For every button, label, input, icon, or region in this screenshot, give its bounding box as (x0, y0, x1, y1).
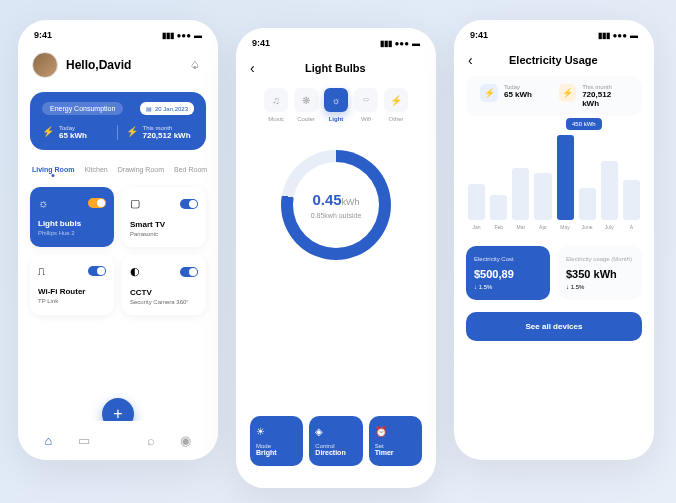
usage-header: ‹ Electricity Usage (454, 44, 654, 76)
category-row: ♫Music ❋Cooler ☼Light ⌔Wifi ⚡Other (236, 84, 436, 126)
compass-icon: ◈ (315, 426, 356, 437)
bolt-icon: ⚡ (126, 126, 138, 137)
bolt-icon: ⚡ (390, 95, 402, 106)
tile-smart-tv[interactable]: ▢ Smart TV Panasonic (122, 187, 206, 247)
status-time: 9:41 (470, 30, 488, 40)
cat-light[interactable]: ☼Light (324, 88, 348, 122)
tv-icon: ▢ (130, 197, 140, 210)
tile-cctv[interactable]: ◐ CCTV Security Camera 360° (122, 255, 206, 315)
device-grid: ☼ Light bubls Phillips Hue 2 ▢ Smart TV … (18, 177, 218, 325)
control-direction[interactable]: ◈ControlDirection (309, 416, 362, 466)
room-tabs: Living Room Kitchen Drawing Room Bed Roo… (18, 156, 218, 177)
back-button[interactable]: ‹ (468, 52, 473, 68)
clock-icon: ⏰ (375, 426, 416, 437)
usage-screen: 9:41 ▮▮▮●●●▬ ‹ Electricity Usage ⚡ Today… (454, 20, 654, 460)
month-stat: ⚡ This month720,512 kWh (126, 125, 195, 140)
see-all-button[interactable]: See all devices (466, 312, 642, 341)
bulb-icon: ☼ (331, 95, 340, 106)
bolt-icon: ⚡ (559, 84, 576, 102)
date-picker[interactable]: ▤20 Jan,2023 (140, 102, 194, 115)
notification-icon[interactable]: ♤ (186, 56, 204, 74)
calendar-icon: ▤ (146, 105, 152, 112)
detail-screen: 9:41 ▮▮▮●●●▬ ‹ Light Bulbs ♫Music ❋Coole… (236, 28, 436, 488)
back-button[interactable]: ‹ (250, 60, 255, 76)
chart-tooltip: 450 kWh (566, 118, 602, 130)
home-screen: 9:41 ▮▮▮●●●▬ Hello,David ♤ Energy Consum… (18, 20, 218, 460)
bar-july[interactable] (601, 161, 618, 220)
bottom-nav: ⌂ ▭ + ⌕ ◉ (18, 421, 218, 460)
avatar[interactable] (32, 52, 58, 78)
sun-icon: ☀ (256, 426, 297, 437)
control-timer[interactable]: ⏰SetTimer (369, 416, 422, 466)
chart-bars (466, 130, 642, 220)
nav-cast-icon[interactable]: ▭ (78, 433, 90, 448)
bar-apr[interactable] (534, 173, 551, 220)
summary-today: ⚡ Today65 kWh (480, 84, 549, 108)
cat-cooler[interactable]: ❋Cooler (294, 88, 318, 122)
chart-x-axis: Jan Feb Mar Apr May June July A (466, 220, 642, 234)
bar-june[interactable] (579, 188, 596, 220)
status-time: 9:41 (252, 38, 270, 48)
bar-jan[interactable] (468, 184, 485, 220)
plug-icon: ⚡ (480, 84, 498, 102)
status-icons: ▮▮▮●●●▬ (162, 31, 203, 40)
nav-home-icon[interactable]: ⌂ (45, 433, 53, 448)
camera-icon: ◐ (130, 265, 140, 278)
control-mode[interactable]: ☀ModeBright (250, 416, 303, 466)
status-bar: 9:41 ▮▮▮●●●▬ (454, 20, 654, 44)
tab-kitchen[interactable]: Kitchen (84, 166, 107, 173)
bar-feb[interactable] (490, 195, 507, 220)
control-row: ☀ModeBright ◈ControlDirection ⏰SetTimer (236, 408, 436, 474)
status-time: 9:41 (34, 30, 52, 40)
router-icon: ⎍ (38, 265, 45, 277)
page-title: Light Bulbs (263, 62, 408, 74)
cat-music[interactable]: ♫Music (264, 88, 288, 122)
nav-profile-icon[interactable]: ◉ (180, 433, 191, 448)
consumption-pill: Energy Consumption (42, 102, 123, 115)
stats-row: Electricity Cost $500,89 ↓ 1.5% Electric… (454, 238, 654, 308)
plug-icon: ⚡ (42, 126, 54, 137)
nav-search-icon[interactable]: ⌕ (147, 433, 155, 448)
gauge-section: 0.45kWh 0.85kwh outside (236, 126, 436, 276)
toggle-tv[interactable] (180, 199, 198, 209)
cat-wifi[interactable]: ⌔Wifi (354, 88, 378, 122)
bar-aug[interactable] (623, 180, 640, 220)
music-icon: ♫ (272, 95, 280, 106)
gauge-subtitle: 0.85kwh outside (311, 212, 362, 219)
page-title: Electricity Usage (481, 54, 626, 66)
bar-may[interactable] (557, 135, 574, 221)
tile-light-bulbs[interactable]: ☼ Light bubls Phillips Hue 2 (30, 187, 114, 247)
usage-chart: 450 kWh Jan Feb Mar Apr May June July A (454, 116, 654, 238)
bulb-icon: ☼ (38, 197, 48, 209)
gauge-value: 0.45 (312, 191, 341, 208)
tile-wifi-router[interactable]: ⎍ Wi-Fi Router TP Link (30, 255, 114, 315)
detail-header: ‹ Light Bulbs (236, 52, 436, 84)
summary-month: ⚡ This month720,512 kWh (559, 84, 628, 108)
status-bar: 9:41 ▮▮▮●●●▬ (18, 20, 218, 44)
toggle-cctv[interactable] (180, 267, 198, 277)
wifi-icon: ⌔ (363, 95, 369, 106)
stat-usage[interactable]: Electricity usage (Month) $350 kWh ↓ 1.5… (558, 246, 642, 300)
cat-other[interactable]: ⚡Other (384, 88, 408, 122)
tab-bed-room[interactable]: Bed Room (174, 166, 207, 173)
bar-mar[interactable] (512, 168, 529, 220)
greeting-text: Hello,David (66, 58, 178, 72)
stat-cost[interactable]: Electricity Cost $500,89 ↓ 1.5% (466, 246, 550, 300)
today-stat: ⚡ Today65 kWh (42, 125, 118, 140)
toggle-wifi[interactable] (88, 266, 106, 276)
status-icons: ▮▮▮●●●▬ (598, 31, 639, 40)
status-icons: ▮▮▮●●●▬ (380, 39, 421, 48)
summary-card: ⚡ Today65 kWh ⚡ This month720,512 kWh (466, 76, 642, 116)
greeting-row: Hello,David ♤ (18, 44, 218, 86)
tab-living-room[interactable]: Living Room (32, 166, 74, 173)
fan-icon: ❋ (302, 95, 310, 106)
usage-gauge: 0.45kWh 0.85kwh outside (281, 150, 391, 260)
toggle-light[interactable] (88, 198, 106, 208)
status-bar: 9:41 ▮▮▮●●●▬ (236, 28, 436, 52)
tab-drawing-room[interactable]: Drawing Room (118, 166, 164, 173)
energy-card: Energy Consumption ▤20 Jan,2023 ⚡ Today6… (30, 92, 206, 150)
